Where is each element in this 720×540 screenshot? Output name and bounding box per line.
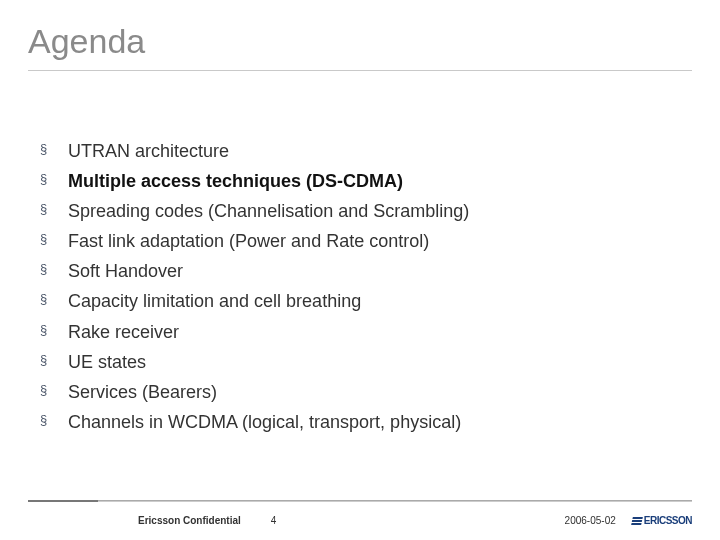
bullet-mark: § bbox=[40, 319, 68, 340]
list-item: §Capacity limitation and cell breathing bbox=[40, 288, 680, 314]
bullet-mark: § bbox=[40, 349, 68, 370]
bullet-text: Multiple access techniques (DS-CDMA) bbox=[68, 168, 403, 194]
bullet-mark: § bbox=[40, 228, 68, 249]
list-item: §Multiple access techniques (DS-CDMA) bbox=[40, 168, 680, 194]
bullet-text: Soft Handover bbox=[68, 258, 183, 284]
bullet-mark: § bbox=[40, 168, 68, 189]
list-item: §Spreading codes (Channelisation and Scr… bbox=[40, 198, 680, 224]
bullet-text: UTRAN architecture bbox=[68, 138, 229, 164]
footer-page-number: 4 bbox=[271, 515, 277, 526]
list-item: §UTRAN architecture bbox=[40, 138, 680, 164]
bullet-mark: § bbox=[40, 138, 68, 159]
list-item: §UE states bbox=[40, 349, 680, 375]
bullet-mark: § bbox=[40, 258, 68, 279]
bullet-mark: § bbox=[40, 288, 68, 309]
bullet-text: Channels in WCDMA (logical, transport, p… bbox=[68, 409, 461, 435]
footer-divider bbox=[28, 500, 692, 502]
list-item: §Rake receiver bbox=[40, 319, 680, 345]
bullet-text: UE states bbox=[68, 349, 146, 375]
bullet-text: Rake receiver bbox=[68, 319, 179, 345]
bullet-text: Spreading codes (Channelisation and Scra… bbox=[68, 198, 469, 224]
bullet-text: Capacity limitation and cell breathing bbox=[68, 288, 361, 314]
ericsson-logo-text: ERICSSON bbox=[644, 515, 692, 526]
list-item: §Services (Bearers) bbox=[40, 379, 680, 405]
bullet-list: §UTRAN architecture§Multiple access tech… bbox=[40, 138, 680, 439]
list-item: §Fast link adaptation (Power and Rate co… bbox=[40, 228, 680, 254]
footer-date: 2006-05-02 bbox=[565, 515, 616, 526]
bullet-mark: § bbox=[40, 409, 68, 430]
list-item: §Soft Handover bbox=[40, 258, 680, 284]
bullet-mark: § bbox=[40, 379, 68, 400]
ericsson-bars-icon bbox=[631, 517, 643, 525]
list-item: §Channels in WCDMA (logical, transport, … bbox=[40, 409, 680, 435]
footer-confidential: Ericsson Confidential bbox=[138, 515, 241, 526]
bullet-mark: § bbox=[40, 198, 68, 219]
title-underline bbox=[28, 70, 692, 71]
slide-title: Agenda bbox=[28, 22, 145, 61]
bullet-text: Services (Bearers) bbox=[68, 379, 217, 405]
bullet-text: Fast link adaptation (Power and Rate con… bbox=[68, 228, 429, 254]
footer: Ericsson Confidential 4 2006-05-02 ERICS… bbox=[28, 515, 692, 526]
ericsson-logo: ERICSSON bbox=[632, 515, 692, 526]
